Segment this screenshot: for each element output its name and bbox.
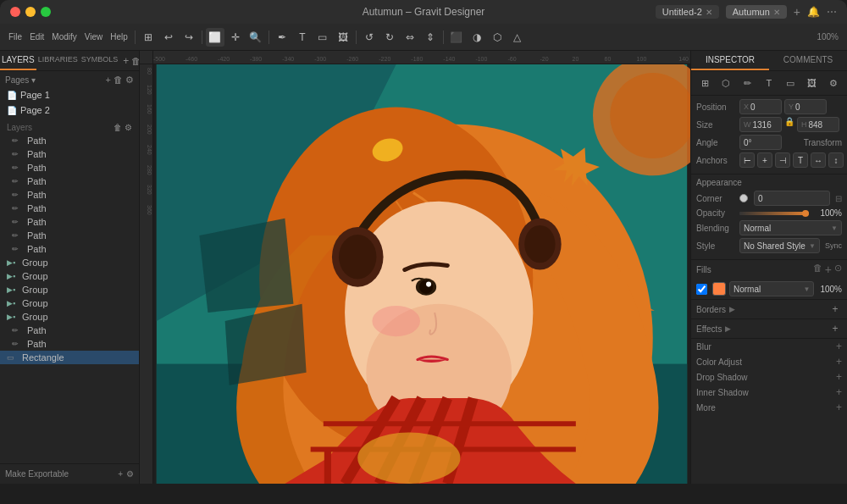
minimize-button[interactable] [25,7,36,17]
size-h-field[interactable]: H 848 [797,117,839,132]
borders-add-icon[interactable]: + [828,302,842,316]
blending-select[interactable]: Normal ▼ [739,220,842,235]
canvas-content[interactable] [153,64,690,484]
path-btn[interactable]: ⬡ [488,28,507,47]
add-tab-icon[interactable]: + [794,5,800,19]
rotate-left-btn[interactable]: ↺ [360,28,379,47]
rotate-right-btn[interactable]: ↻ [380,28,399,47]
pen-tool[interactable]: ✒ [273,28,291,47]
layer-path-5[interactable]: ✏ Path [0,188,139,202]
layer-rect-1[interactable]: ▭ Rectangle [0,351,139,364]
layer-path-10[interactable]: ✏ Path [0,324,139,337]
blur-add-icon[interactable]: + [836,341,842,352]
fill-type-select[interactable]: Normal ▼ [729,281,814,296]
angle-field[interactable]: 0° [739,135,782,150]
tab-comments[interactable]: COMMENTS [769,51,847,70]
fullscreen-button[interactable] [41,7,51,17]
fills-delete-icon[interactable]: 🗑 [813,263,822,276]
corner-color[interactable] [739,194,748,202]
delete-selected-icon[interactable]: 🗑 [113,123,122,132]
lock-icon[interactable]: 🔒 [784,117,794,132]
tab-inspector[interactable]: INSPECTOR [691,51,769,70]
opacity-thumb[interactable] [802,210,809,217]
tab-close-icon-2[interactable]: ✕ [773,8,780,17]
opacity-track[interactable] [739,212,809,215]
anchor-btn-2[interactable]: + [757,152,772,168]
close-button[interactable] [10,7,20,17]
tab-autumun[interactable]: Autumun ✕ [726,5,787,19]
layer-group-2[interactable]: ▶▪ Group [0,269,139,283]
fill-color-swatch[interactable] [712,282,726,296]
add-layer-icon[interactable]: + [123,55,129,67]
align-btn[interactable]: ⬛ [447,28,466,47]
opacity-slider[interactable] [739,212,809,215]
flip-v-btn[interactable]: ⇕ [421,28,440,47]
menu-modify[interactable]: Modify [48,32,80,42]
layer-path-1[interactable]: ✏ Path [0,134,139,147]
notifications-icon[interactable]: 🔔 [807,6,820,18]
exportable-add-icon[interactable]: + [118,469,123,479]
layer-group-5[interactable]: ▶▪ Group [0,310,139,324]
layer-path-6[interactable]: ✏ Path [0,202,139,215]
anchor-btn-3[interactable]: ⊣ [775,152,790,168]
layer-path-3[interactable]: ✏ Path [0,161,139,174]
shape-tool[interactable]: ▭ [313,28,332,47]
layer-group-3[interactable]: ▶▪ Group [0,283,139,296]
effects-add-icon[interactable]: + [828,322,842,335]
anchor-btn-5[interactable]: ↔ [811,152,826,168]
boolean-btn[interactable]: ◑ [468,28,486,47]
text-tool[interactable]: T [293,28,312,47]
tab-untitled[interactable]: Untitled-2 ✕ [656,5,719,19]
layer-path-7[interactable]: ✏ Path [0,215,139,229]
layer-group-4[interactable]: ▶▪ Group [0,296,139,310]
move-tool[interactable]: ✛ [226,28,245,47]
select-tool[interactable]: ⬜ [206,28,224,47]
page-item-2[interactable]: 📄 Page 2 [0,102,139,118]
inner-shadow-add-icon[interactable]: + [836,386,842,398]
corner-value-field[interactable]: 0 [754,191,830,206]
tab-libraries[interactable]: LIBRARIES [36,51,80,70]
menu-icon[interactable]: ⋯ [827,6,837,18]
flip-h-btn[interactable]: ⇔ [401,28,419,47]
drop-shadow-add-icon[interactable]: + [836,371,842,383]
layer-path-9[interactable]: ✏ Path [0,242,139,256]
page-item-1[interactable]: 📄 Page 1 [0,87,139,102]
inspector-icon-6[interactable]: 🖼 [804,75,821,91]
tab-layers[interactable]: LAYERS [0,51,36,70]
layer-path-2[interactable]: ✏ Path [0,147,139,161]
fills-add-icon[interactable]: + [825,263,832,276]
anchor-btn-6[interactable]: ↕ [828,152,844,168]
mask-btn[interactable]: △ [508,28,527,47]
redo-btn[interactable]: ↪ [180,28,198,47]
layer-path-11[interactable]: ✏ Path [0,337,139,351]
add-page-icon[interactable]: + [106,75,111,86]
menu-file[interactable]: File [5,32,25,42]
more-add-icon[interactable]: + [836,402,842,413]
zoom-tool[interactable]: 🔍 [246,28,265,47]
zoom-level[interactable]: 100% [813,32,842,42]
tab-symbols[interactable]: SYMBOLS [80,51,120,70]
delete-page-icon[interactable]: 🗑 [113,75,123,86]
new-doc-btn[interactable]: ⊞ [139,28,158,47]
layer-path-4[interactable]: ✏ Path [0,174,139,188]
size-w-field[interactable]: W 1316 [739,117,782,132]
transform-link[interactable]: Transform [804,138,842,147]
image-tool[interactable]: 🖼 [334,28,352,47]
style-select[interactable]: No Shared Style ▼ [739,238,820,253]
menu-view[interactable]: View [81,32,107,42]
exportable-settings-icon[interactable]: ⚙ [126,469,134,479]
inspector-icon-5[interactable]: ▭ [782,75,799,91]
tab-close-icon[interactable]: ✕ [706,8,712,17]
sync-label[interactable]: Sync [825,241,842,250]
inspector-icon-4[interactable]: T [761,75,778,91]
anchor-btn-1[interactable]: ⊢ [739,152,755,168]
layer-settings-icon[interactable]: ⚙ [125,123,132,132]
position-x-field[interactable]: X 0 [739,99,782,114]
anchor-btn-4[interactable]: T [793,152,808,168]
position-y-field[interactable]: Y 0 [784,99,827,114]
fill-visible-checkbox[interactable] [696,284,707,295]
inspector-icon-2[interactable]: ⬡ [717,75,734,91]
fills-options-icon[interactable]: ⊙ [834,263,842,276]
inspector-icon-7[interactable]: ⚙ [825,75,842,91]
undo-btn[interactable]: ↩ [159,28,178,47]
